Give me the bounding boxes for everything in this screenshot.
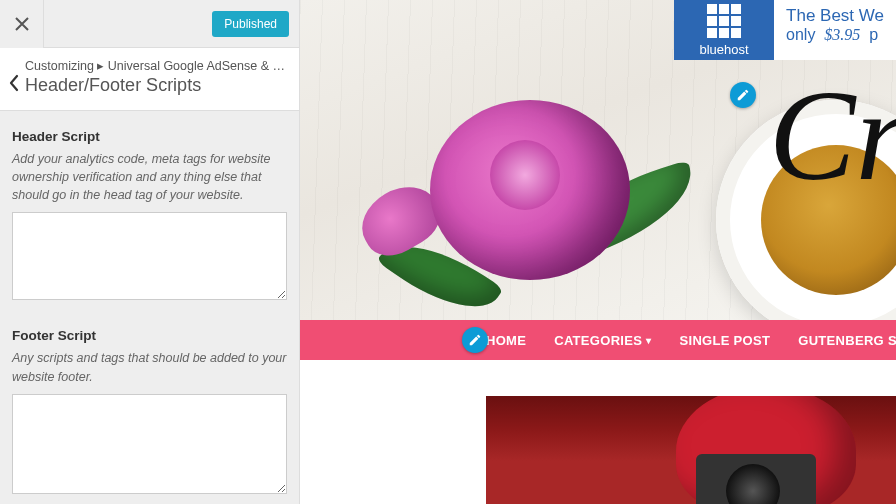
site-preview: Cr bluehost The Best We only $3.95 p HOM <box>300 0 896 504</box>
breadcrumb-sep: ▸ <box>97 59 104 73</box>
nav-categories[interactable]: CATEGORIES▾ <box>554 333 651 348</box>
promo-line2: only $3.95 p <box>786 26 884 44</box>
bluehost-grid-icon <box>707 4 741 38</box>
nav-label: GUTENBERG STYLE <box>798 333 896 348</box>
close-icon <box>15 17 29 31</box>
breadcrumb-prefix: Customizing <box>25 59 94 73</box>
bluehost-label: bluehost <box>699 42 748 57</box>
close-customizer-button[interactable] <box>0 0 44 48</box>
footer-script-label: Footer Script <box>12 328 287 343</box>
header-script-desc: Add your analytics code, meta tags for w… <box>12 150 287 204</box>
footer-script-desc: Any scripts and tags that should be adde… <box>12 349 287 385</box>
header-script-group: Header Script Add your analytics code, m… <box>12 129 287 304</box>
back-button[interactable] <box>6 58 21 92</box>
site-logo-text: Cr <box>769 70 896 200</box>
breadcrumb-text: Customizing ▸ Universal Google AdSense &… <box>21 58 285 96</box>
flower-decor <box>430 100 630 280</box>
featured-image <box>486 396 896 504</box>
promo-price: $3.95 <box>824 26 860 43</box>
chevron-left-icon <box>8 74 20 92</box>
primary-nav: HOME CATEGORIES▾ SINGLE POST GUTENBERG S… <box>300 320 896 360</box>
bluehost-logo[interactable]: bluehost <box>674 0 774 60</box>
promo-line1: The Best We <box>786 6 884 26</box>
pencil-icon <box>468 333 482 347</box>
breadcrumb-tail: Universal Google AdSense & … <box>108 59 285 73</box>
pencil-icon <box>736 88 750 102</box>
chevron-down-icon: ▾ <box>646 335 651 346</box>
nav-label: HOME <box>486 333 526 348</box>
breadcrumb-row: Customizing ▸ Universal Google AdSense &… <box>0 48 299 111</box>
panel-body: Header Script Add your analytics code, m… <box>0 111 299 504</box>
nav-gutenberg-style[interactable]: GUTENBERG STYLE <box>798 333 896 348</box>
edit-shortcut-button[interactable] <box>730 82 756 108</box>
header-script-textarea[interactable] <box>12 212 287 300</box>
customizer-sidebar: Published Customizing ▸ Universal Google… <box>0 0 300 504</box>
breadcrumb-path: Customizing ▸ Universal Google AdSense &… <box>25 58 285 73</box>
promo-text: The Best We only $3.95 p <box>774 0 896 60</box>
promo-suffix: p <box>869 26 878 43</box>
header-script-label: Header Script <box>12 129 287 144</box>
nav-label: CATEGORIES <box>554 333 642 348</box>
nav-label: SINGLE POST <box>680 333 771 348</box>
footer-script-group: Footer Script Any scripts and tags that … <box>12 328 287 497</box>
promo-only: only <box>786 26 815 43</box>
edit-shortcut-button[interactable] <box>462 327 488 353</box>
publish-button[interactable]: Published <box>212 11 289 37</box>
nav-home[interactable]: HOME <box>486 333 526 348</box>
promo-banner: bluehost The Best We only $3.95 p <box>674 0 896 60</box>
sidebar-topbar: Published <box>0 0 299 48</box>
footer-script-textarea[interactable] <box>12 394 287 494</box>
panel-title: Header/Footer Scripts <box>25 75 285 96</box>
nav-single-post[interactable]: SINGLE POST <box>680 333 771 348</box>
camera-decor <box>696 454 816 504</box>
